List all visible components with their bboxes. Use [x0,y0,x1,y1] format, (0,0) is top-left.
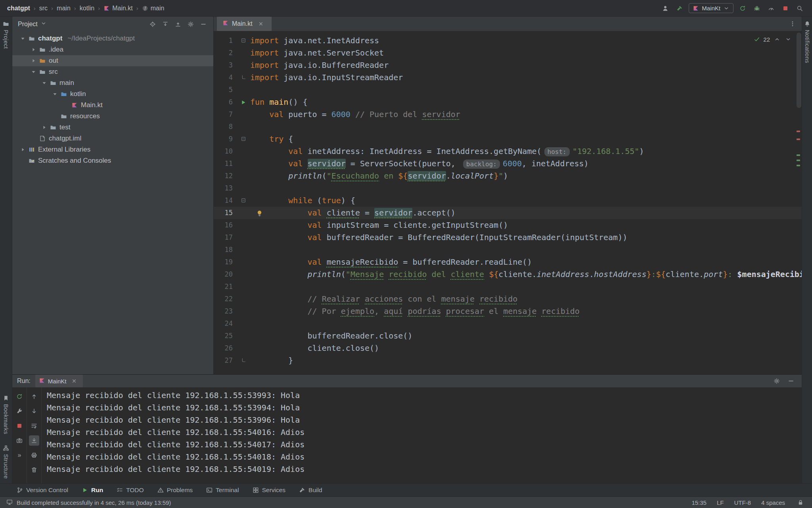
line-number: 17 [214,231,237,244]
breadcrumb-item-chatgpt[interactable]: chatgpt [7,5,30,12]
search-button[interactable] [795,3,805,13]
warning-stripe-mark[interactable] [797,154,800,156]
editor-scrollbar[interactable] [797,33,801,108]
target-button[interactable] [147,19,158,29]
rerun-icon [16,393,23,400]
error-stripe-mark[interactable] [797,131,800,132]
down-button[interactable] [29,406,39,416]
toolwindow-button-version-control[interactable]: Version Control [17,487,68,494]
breadcrumb-item-src[interactable]: src [39,5,48,12]
console-toolbar [27,387,42,483]
rerun-button[interactable] [14,391,25,402]
project-title[interactable]: Project [18,21,38,28]
close-button[interactable] [69,376,79,386]
softwrap-button[interactable] [29,421,39,431]
tab-icon-slot [222,20,229,28]
inspections-widget[interactable]: 22 [754,35,792,43]
toolwindow-button-problems[interactable]: Problems [157,487,193,494]
toolwindow-button-build[interactable]: Build [299,487,322,494]
stop-button[interactable] [14,421,25,431]
hammer-gray-icon [299,487,305,493]
camera-button[interactable] [14,435,25,446]
gear-icon [774,378,780,384]
gear-button[interactable] [186,19,196,29]
trash-button[interactable] [29,465,39,475]
line-number: 18 [214,244,237,256]
tree-item-external-libraries[interactable]: External Libraries [12,144,213,155]
tree-item-kotlin[interactable]: kotlin [12,89,213,100]
toolwindow-button-todo[interactable]: TODO [117,487,144,494]
fold-marker[interactable] [241,194,246,207]
code-area[interactable]: 1import java.net.InetAddress2import java… [214,31,802,374]
camera-icon [16,437,23,444]
main-toolbar: chatgpt›src›main›kotlin›Main.kt›fmain Ma… [0,0,812,17]
scrollend-button[interactable] [29,435,39,446]
minus-button[interactable] [198,19,209,29]
hammer-button[interactable] [674,3,685,13]
tool-stripe-notifications[interactable]: Notifications [804,21,810,63]
toolwindow-button-run[interactable]: Run [82,487,103,494]
tree-item-out[interactable]: out [12,55,213,66]
tree-item-test[interactable]: test [12,122,213,133]
code-line-13: 13 [214,182,802,194]
status-caret-position[interactable]: 15:35 [691,499,707,506]
expand-button[interactable] [160,19,170,29]
tree-item-chatgpt-iml[interactable]: chatgpt.iml [12,133,213,144]
fold-marker[interactable] [241,35,246,47]
print-button[interactable] [29,450,39,460]
intention-bulb-button[interactable] [256,208,264,217]
run-tab-mainkt[interactable]: MainKt [35,375,83,387]
more-vert-button[interactable] [787,19,798,29]
chevron-down-icon[interactable] [40,20,47,28]
tool-stripe-structure[interactable]: Structure [3,445,9,479]
wrench-button[interactable] [14,406,25,416]
tree-item-scratches-and-consoles[interactable]: Scratches and Consoles [12,155,213,166]
status-line-separator[interactable]: LF [717,499,724,506]
editor-tab-main-kt[interactable]: Main.kt [217,17,272,31]
console-output[interactable]: Mensaje recibido del cliente 192.168.1.5… [42,387,802,483]
stop-button[interactable] [780,3,791,13]
breadcrumb-item-main[interactable]: main [57,5,71,12]
status-encoding[interactable]: UTF-8 [734,499,751,506]
tool-stripe-bookmarks[interactable]: Bookmarks [3,395,9,434]
minus-button[interactable] [786,376,796,386]
collapse-button[interactable] [173,19,183,29]
chev-up-sm-button[interactable] [773,35,781,43]
toolwindow-button-services[interactable]: Services [253,487,285,494]
fold-marker[interactable] [241,354,246,367]
tree-item-idea[interactable]: .idea [12,44,213,55]
breadcrumb-item-kotlin[interactable]: kotlin [80,5,94,12]
more-button[interactable]: » [14,450,25,460]
coverage-button[interactable] [766,3,776,13]
tree-item-main[interactable]: main [12,77,213,89]
gear-button[interactable] [772,376,782,386]
run-line-button[interactable] [238,97,249,108]
fold-marker[interactable] [241,71,246,84]
print-icon [31,452,37,458]
breadcrumb-item-main-kt[interactable]: Main.kt [103,5,133,12]
line-number: 21 [214,281,237,293]
rerun-button[interactable] [737,3,748,13]
close-button[interactable] [256,19,266,29]
tree-item-main-kt[interactable]: Main.kt [12,100,213,111]
tree-item-resources[interactable]: resources [12,111,213,122]
toolwindow-button-terminal[interactable]: Terminal [206,487,239,494]
code-line-17: 17 val bufferedReader = BufferedReader(I… [214,231,802,244]
tree-item-src[interactable]: src [12,66,213,77]
tree-item-chatgpt[interactable]: chatgpt ~/IdeaProjects/chatgpt [12,33,213,44]
chev-up-sm-icon [774,36,780,42]
bug-button[interactable] [752,3,762,13]
chev-down-sm-button[interactable] [784,35,792,43]
error-stripe-mark[interactable] [797,139,800,140]
warning-stripe-mark[interactable] [797,160,800,161]
fold-marker[interactable] [241,133,246,145]
breadcrumb-item-main[interactable]: fmain [142,5,165,12]
warning-stripe-mark[interactable] [797,165,800,166]
tool-stripe-project[interactable]: Project [3,21,9,49]
user-button[interactable] [660,3,670,13]
close-icon [258,21,264,27]
lock-button[interactable] [795,497,806,508]
run-config-select[interactable]: MainKt [689,3,733,13]
up-button[interactable] [29,391,39,402]
status-indent[interactable]: 4 spaces [761,499,785,506]
